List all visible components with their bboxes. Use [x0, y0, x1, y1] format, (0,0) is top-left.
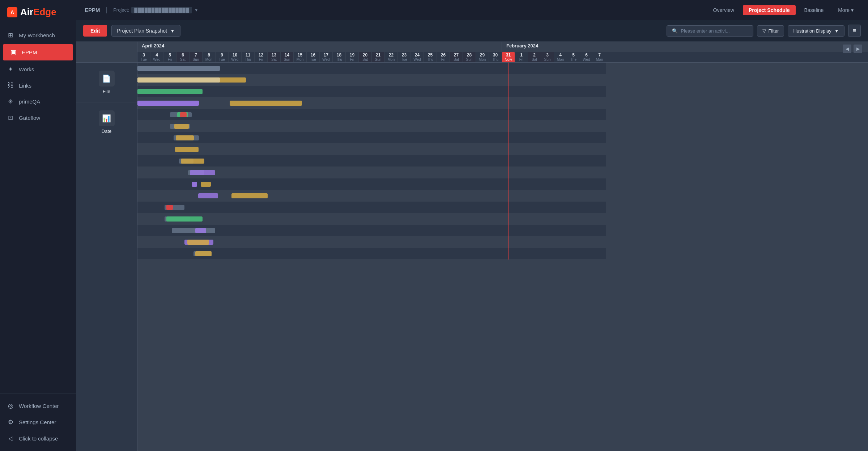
- gantt-bar-27[interactable]: [195, 228, 206, 233]
- sidebar-item-gateflow[interactable]: ⊡ Gateflow: [0, 110, 76, 126]
- gantt-bar-10[interactable]: [174, 124, 189, 129]
- gantt-bar-19[interactable]: [201, 182, 211, 187]
- list-button[interactable]: ≡: [848, 25, 861, 37]
- gantt-bar-25[interactable]: [166, 216, 203, 222]
- day-num: 2: [533, 52, 536, 58]
- gantt-bar-5[interactable]: [230, 101, 302, 106]
- day-num: 17: [324, 52, 328, 58]
- gantt-bar-4[interactable]: [137, 101, 199, 106]
- day-name: Mon: [205, 58, 212, 62]
- gantt-day-0-4: 7 Sun: [190, 52, 203, 62]
- gantt-bar-13[interactable]: [175, 147, 199, 152]
- display-chevron-icon: ▼: [834, 28, 839, 34]
- day-num: 21: [376, 52, 380, 58]
- gantt-day-0-27: 30 Thu: [489, 52, 502, 62]
- day-name: The: [570, 58, 576, 62]
- left-panel-item-date[interactable]: 📊 Date: [76, 102, 137, 142]
- day-num: 12: [259, 52, 263, 58]
- project-label: Project:: [113, 7, 129, 13]
- day-num: 6: [585, 52, 588, 58]
- gantt-bar-20[interactable]: [198, 193, 218, 198]
- sidebar-item-collapse[interactable]: ◁ Click to collapse: [0, 430, 76, 447]
- day-name: Wed: [583, 58, 590, 62]
- sidebar-item-workbench[interactable]: ⊞ My Workbench: [0, 27, 76, 43]
- left-panel-item-file[interactable]: 📄 File: [76, 63, 137, 102]
- toolbar: Edit Project Plan Snapshot ▼ 🔍 Please en…: [76, 20, 868, 42]
- day-num: 16: [311, 52, 315, 58]
- sidebar-item-works[interactable]: ✦ Works: [0, 61, 76, 77]
- gantt-day-0-17: 20 Sat: [359, 52, 372, 62]
- nav-prev-button[interactable]: ◀: [843, 45, 851, 53]
- gantt-bar-12[interactable]: [176, 135, 194, 140]
- gantt-day-1-1: 1 Fri: [515, 52, 528, 62]
- day-name: Sun: [466, 58, 473, 62]
- topnav-link-baseline[interactable]: Baseline: [799, 5, 830, 15]
- gantt-chart[interactable]: April 2024February 2024 3 Tue4 Wed5 Fri6…: [137, 42, 868, 451]
- sidebar-label-works: Works: [19, 66, 34, 72]
- filter-icon: ▽: [762, 28, 766, 34]
- filter-label: Filter: [768, 28, 779, 34]
- topnav-link-project-schedule[interactable]: Project Schedule: [743, 5, 796, 15]
- primeqa-icon: ✳: [7, 98, 14, 105]
- day-num: 22: [389, 52, 393, 58]
- day-num: 9: [221, 52, 223, 58]
- day-name: Thu: [336, 58, 342, 62]
- snapshot-dropdown[interactable]: Project Plan Snapshot ▼: [111, 25, 180, 37]
- gantt-row: [137, 132, 606, 144]
- day-name: Thu: [492, 58, 498, 62]
- gantt-bar-15[interactable]: [181, 159, 204, 164]
- project-chevron-icon[interactable]: ▼: [194, 8, 198, 12]
- topnav-link-more[interactable]: More ▾: [832, 5, 859, 15]
- gantt-bar-0[interactable]: [137, 66, 220, 71]
- sidebar-label-collapse: Click to collapse: [19, 435, 58, 442]
- day-name: Sat: [271, 58, 277, 62]
- gantt-row: [137, 202, 606, 213]
- topnav-link-overview[interactable]: Overview: [707, 5, 740, 15]
- gantt-day-0-6: 9 Tue: [216, 52, 229, 62]
- gantt-months: April 2024February 2024: [137, 42, 868, 52]
- sidebar-item-links[interactable]: ⛓ Links: [0, 77, 76, 93]
- gantt-bar-17[interactable]: [190, 170, 215, 175]
- day-num: 23: [402, 52, 407, 58]
- gantt-day-0-16: 19 Fri: [346, 52, 359, 62]
- filter-button[interactable]: ▽ Filter: [757, 25, 784, 37]
- sidebar-item-settings-center[interactable]: ⚙ Settings Center: [0, 414, 76, 430]
- display-dropdown[interactable]: Illustration Display ▼: [788, 25, 844, 37]
- left-panel-label-date: Date: [102, 128, 111, 134]
- gantt-bar-2[interactable]: [137, 77, 220, 83]
- nav-next-button[interactable]: ▶: [854, 45, 862, 53]
- sidebar-label-gateflow: Gateflow: [19, 115, 40, 121]
- gantt-bar-21[interactable]: [231, 193, 268, 198]
- gantt-bar-31[interactable]: [195, 251, 212, 256]
- day-name: Wed: [413, 58, 421, 62]
- gantt-day-1-2: 2 Sat: [528, 52, 541, 62]
- search-box[interactable]: 🔍 Please enter an activi...: [667, 25, 753, 37]
- day-name: Sat: [532, 58, 537, 62]
- gantt-bar-29[interactable]: [187, 240, 209, 245]
- logo-edge: Edge: [33, 7, 56, 17]
- gantt-day-0-9: 12 Fri: [255, 52, 268, 62]
- day-name: Tue: [401, 58, 407, 62]
- sidebar-item-workflow-center[interactable]: ◎ Workflow Center: [0, 398, 76, 414]
- gantt-bar-26[interactable]: [172, 228, 215, 233]
- gantt-day-0-2: 5 Fri: [163, 52, 176, 62]
- day-num: 14: [285, 52, 289, 58]
- gantt-days: 3 Tue4 Wed5 Fri6 Sat7 Sun8 Mon9 Tue10: [137, 52, 868, 62]
- gateflow-icon: ⊡: [7, 114, 14, 122]
- logo-air: Air: [20, 7, 33, 17]
- settings-center-icon: ⚙: [7, 418, 14, 426]
- sidebar-item-primeqa[interactable]: ✳ primeQA: [0, 93, 76, 110]
- gantt-bar-18[interactable]: [192, 182, 197, 187]
- day-num: 30: [493, 52, 498, 58]
- sidebar-item-eppm[interactable]: ▣ EPPM: [3, 44, 73, 60]
- gantt-row: [137, 97, 606, 109]
- gantt-bar-3[interactable]: [137, 89, 203, 94]
- gantt-bar-8[interactable]: [180, 112, 187, 117]
- day-num: 1: [520, 52, 523, 58]
- day-name: Sun: [375, 58, 382, 62]
- sidebar-label-workbench: My Workbench: [19, 32, 55, 38]
- main-content: EPPM | Project: ████████████████ ▼ Overv…: [76, 0, 868, 451]
- gantt-bar-23[interactable]: [166, 205, 173, 210]
- gantt-row: [137, 109, 606, 121]
- edit-button[interactable]: Edit: [83, 25, 107, 37]
